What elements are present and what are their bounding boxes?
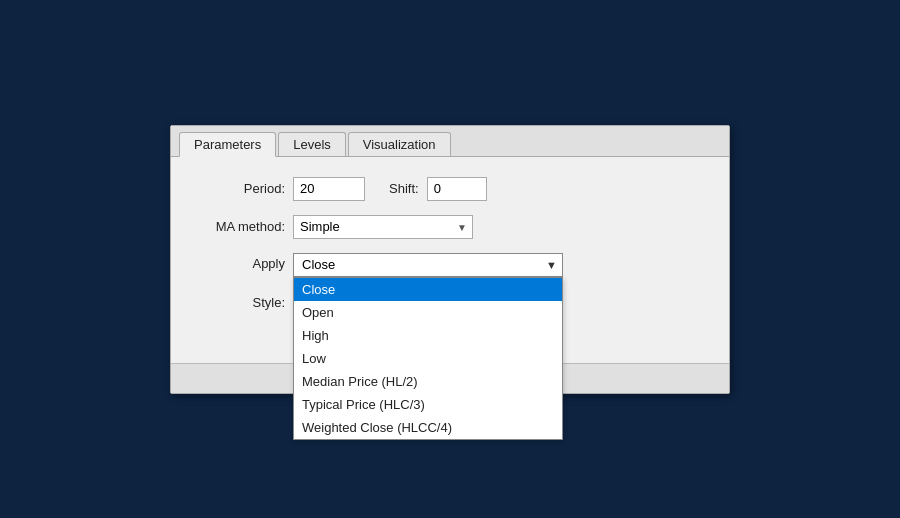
ma-method-select-wrapper: Simple Exponential Smoothed Linear Weigh… [293, 215, 473, 239]
tab-levels[interactable]: Levels [278, 132, 346, 156]
apply-row: Apply Close ▼ Close Open High Low Median… [195, 253, 705, 277]
tab-bar: Parameters Levels Visualization [171, 126, 729, 157]
ma-method-row: MA method: Simple Exponential Smoothed L… [195, 215, 705, 239]
shift-group: Shift: [389, 177, 487, 201]
shift-label: Shift: [389, 181, 419, 196]
dropdown-item-typical[interactable]: Typical Price (HLC/3) [294, 393, 562, 416]
dialog-content: Period: Shift: MA method: Simple Exponen… [171, 157, 729, 363]
apply-label: Apply [195, 253, 285, 271]
apply-select-wrapper: Close ▼ Close Open High Low Median Price… [293, 253, 563, 277]
tab-parameters[interactable]: Parameters [179, 132, 276, 157]
dropdown-item-open[interactable]: Open [294, 301, 562, 324]
dropdown-item-high[interactable]: High [294, 324, 562, 347]
style-label: Style: [195, 295, 285, 310]
apply-dropdown-list: Close Open High Low Median Price (HL/2) … [293, 277, 563, 440]
apply-selected-value: Close [302, 257, 335, 272]
tab-visualization[interactable]: Visualization [348, 132, 451, 156]
ma-method-label: MA method: [195, 219, 285, 234]
period-row: Period: Shift: [195, 177, 705, 201]
dropdown-item-weighted[interactable]: Weighted Close (HLCC/4) [294, 416, 562, 439]
dropdown-item-close[interactable]: Close [294, 278, 562, 301]
ma-method-select[interactable]: Simple Exponential Smoothed Linear Weigh… [293, 215, 473, 239]
dropdown-item-median[interactable]: Median Price (HL/2) [294, 370, 562, 393]
dialog-window: Parameters Levels Visualization Period: … [170, 125, 730, 394]
period-label: Period: [195, 181, 285, 196]
apply-select-display[interactable]: Close ▼ [293, 253, 563, 277]
dropdown-item-low[interactable]: Low [294, 347, 562, 370]
shift-input[interactable] [427, 177, 487, 201]
period-input[interactable] [293, 177, 365, 201]
apply-chevron-icon: ▼ [546, 259, 557, 271]
